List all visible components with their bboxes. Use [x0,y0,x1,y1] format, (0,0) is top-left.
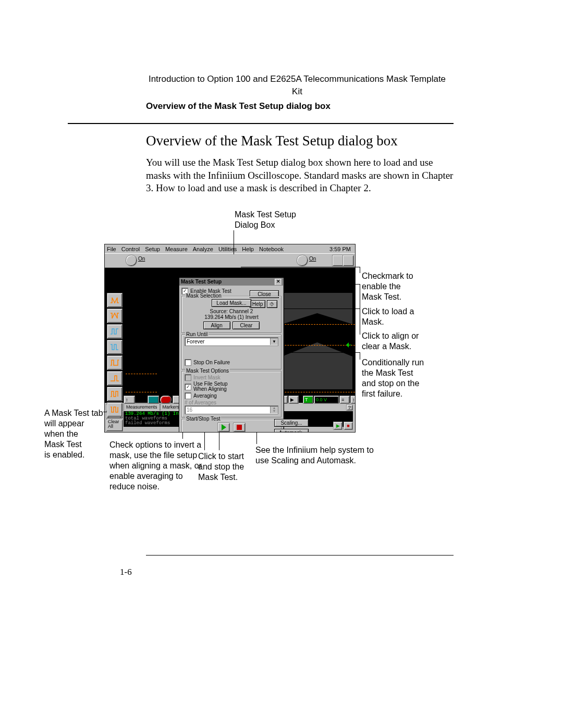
waveform-button-1-icon[interactable] [107,293,123,307]
channel-knob-1-icon[interactable] [126,255,137,266]
color-button-red-icon[interactable] [160,396,172,404]
callout-bottom-1: Check options to invert a mask, use the … [109,440,202,492]
dialog-title: Mask Test Setup [181,279,222,285]
footer-rule [146,555,454,556]
rule-short [68,123,146,124]
start-stop-legend: Start/Stop Test [185,416,221,422]
stop-small-icon[interactable]: ■ [344,422,353,430]
use-file-setup-checkbox[interactable]: ✓ Use File Setup When Aligning [185,381,278,392]
menubar: File Control Setup Measure Analyze Utili… [105,244,355,253]
help-small-icon[interactable]: ? [346,404,353,411]
averaging-checkbox[interactable]: Averaging [185,392,278,399]
source-label: Source: Channel 2 [185,309,278,314]
header-line1: Introduction to Option 100 and E2625A Te… [146,73,448,98]
waveform-line-1 [272,324,355,325]
scroll-icon[interactable]: ↕ [350,396,356,404]
menu-help[interactable]: Help [242,246,254,252]
waveform-button-4-icon[interactable] [107,340,123,354]
waveform-button-5-icon[interactable] [107,355,123,370]
callout-left: A Mask Test tab will appear when the Mas… [44,408,103,460]
waveform-line-2 [272,345,355,346]
menu-measure[interactable]: Measure [165,246,188,252]
stepper-icon[interactable]: ≡ [339,396,350,404]
callout-bottom-2: Click to start and stop the Mask Test. [198,451,244,483]
run-until-value: Forever [187,339,204,344]
menu-file[interactable]: File [107,246,116,252]
automask-button[interactable]: Automask... [274,429,309,433]
waveform-button-8-icon[interactable] [107,402,123,417]
align-button[interactable]: Align [203,322,230,329]
use-file-setup-label: Use File Setup When Aligning [193,381,228,392]
scope-display: Mask Test Setup ✕ ✓ Enable Mask Test Clo… [105,268,355,414]
run-until-legend: Run Until [185,331,209,337]
load-mask-button[interactable]: Load Mask... [212,299,251,307]
leader-r2v [360,284,360,309]
mask-region-bottom [282,342,352,389]
svg-marker-0 [346,342,349,348]
oscilloscope-window: File Control Setup Measure Analyze Utili… [104,244,356,433]
play-icon [222,424,226,430]
run-until-group: Run Until Forever ▼ Stop On Failure [181,335,282,369]
channel-knob-2-icon[interactable] [297,255,308,266]
arrow-right-icon[interactable]: ▶ [288,396,299,404]
stop-on-failure-checkbox[interactable]: Stop On Failure [185,359,278,366]
trigger-t-icon[interactable]: T [303,396,313,404]
header-line2: Overview of the Mask Test Setup dialog b… [146,100,448,113]
stop-icon [237,425,242,430]
menu-analyze[interactable]: Analyze [193,246,213,252]
invert-mask-label: Invert Mask [193,375,221,380]
waveform-buttons [107,293,123,417]
on-label-left: On [138,256,145,262]
menu-utilities[interactable]: Utilities [218,246,237,252]
clock: 3:59 PM [329,246,353,252]
leader-r1v [360,267,360,273]
start-stop-group: Start/Stop Test Scaling... Automask... [181,419,282,433]
waveform-line-3 [126,374,157,375]
checkbox-disabled-icon [185,374,191,381]
callout-right-3: Click to align or clear a Mask. [362,331,419,352]
menu-control[interactable]: Control [121,246,140,252]
leader-r3v [360,309,360,335]
callout-bottom-3: See the Infiniium help system to use Sca… [255,445,374,466]
scaling-button[interactable]: Scaling... [274,419,309,427]
run-icon[interactable]: ▶ [333,422,342,430]
callout-right-4: Conditionally run the Mask Test and stop… [362,357,424,399]
averaging-label: Averaging [193,393,217,399]
waveform-button-3-icon[interactable] [107,324,123,339]
scroll-up-icon[interactable]: ↕ [124,396,135,404]
waveform-button-6-icon[interactable] [107,371,123,386]
leader-top [234,230,234,254]
invert-mask-checkbox: Invert Mask [185,374,278,381]
mask-selection-legend: Mask Selection [185,293,223,299]
waveform-button-2-icon[interactable] [107,309,123,323]
checkmark-icon: ✓ [185,384,191,390]
start-test-button[interactable] [217,423,230,432]
averages-spinner: 16 ▲▼ [185,405,278,414]
chevron-down-icon: ▼ [270,338,278,345]
trigger-marker-icon [346,342,351,348]
clear-button[interactable]: Clear [232,322,260,329]
leader-r4v [360,352,360,360]
stop-test-button[interactable] [233,423,246,432]
averages-value: 16 [187,407,192,413]
toolbar-button-a-icon[interactable] [332,255,344,266]
close-icon[interactable]: ✕ [274,278,282,286]
mask-test-options-group: Mask Test Options Invert Mask ✓ Use File… [181,371,282,417]
toolbar-button-b-icon[interactable] [342,255,354,266]
averages-label: # of Averages [185,400,278,405]
body-paragraph: You will use the Mask Test Setup dialog … [146,156,454,195]
menu-setup[interactable]: Setup [145,246,160,252]
trigger-value: 0.0 V [314,396,339,404]
callout-right-2: Click to load a Mask. [362,306,414,327]
tab-measurements[interactable]: Measurements [124,403,160,411]
callout-right-1: Checkmark to enable the Mask Test. [362,271,413,302]
run-until-dropdown[interactable]: Forever ▼ [185,337,278,346]
section-title: Overview of the Mask Test Setup dialog b… [146,133,398,149]
dialog-titlebar[interactable]: Mask Test Setup ✕ [179,278,284,286]
callout-top: Mask Test Setup Dialog Box [235,209,296,230]
color-button-teal-icon[interactable] [148,396,159,404]
clear-all-button[interactable]: Clear All [106,419,123,431]
stop-on-failure-label: Stop On Failure [193,360,230,365]
menu-notebook[interactable]: Notebook [259,246,284,252]
waveform-button-7-icon[interactable] [107,387,123,401]
